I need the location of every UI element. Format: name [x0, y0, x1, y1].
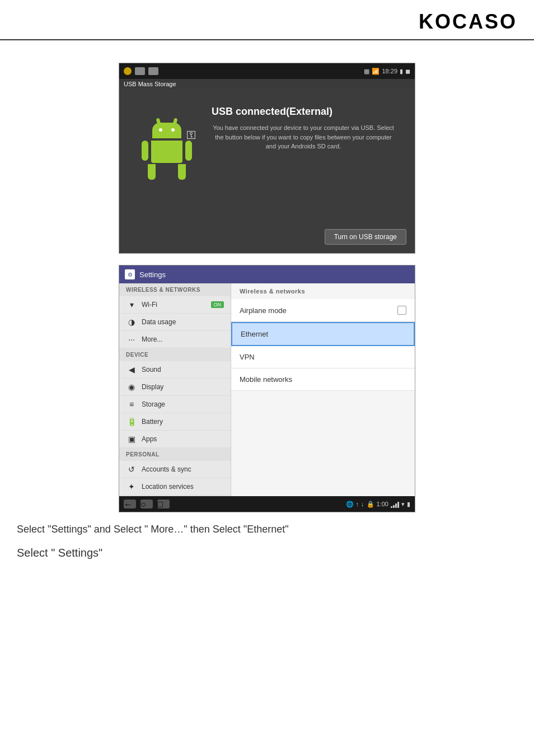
- airplane-mode-checkbox[interactable]: [397, 306, 406, 315]
- sidebar-item-battery[interactable]: 🔋 Battery: [119, 413, 231, 431]
- usb-screenshot-container: ▦ 📶 18:29 ▮ ◼ USB Mass Storage: [17, 63, 517, 254]
- back-button[interactable]: ←: [124, 500, 136, 508]
- section-wireless-header: WIRELESS & NETWORKS: [119, 283, 231, 296]
- section-device-header: DEVICE: [119, 348, 231, 361]
- sync-icon: ↺: [126, 465, 137, 474]
- android-logo-area: ⚿: [130, 100, 203, 212]
- usb-text-area: USB connected(External) You have connect…: [203, 100, 404, 212]
- settings-nav-buttons: ← ○ □: [124, 500, 170, 508]
- apps-icon: ▣: [126, 435, 137, 444]
- wifi-strength-icon: ▾: [401, 501, 405, 508]
- vpn-item[interactable]: VPN: [231, 346, 415, 368]
- wireless-networks-title: Wireless & networks: [231, 283, 415, 299]
- usb-screen: ▦ 📶 18:29 ▮ ◼ USB Mass Storage: [119, 63, 415, 254]
- ethernet-label: Ethernet: [241, 330, 268, 338]
- icon1: [135, 67, 145, 75]
- sidebar-display-label: Display: [142, 383, 163, 391]
- settings-statusbar: ← ○ □ 🌐 ↑ ↓ 🔒 1:00 ▾: [119, 496, 415, 512]
- usb-connected-title: USB connected(External): [212, 106, 395, 118]
- usb-statusbar-left: [124, 67, 158, 75]
- signal-bar-1: [391, 506, 392, 508]
- settings-titlebar-icon: ⚙: [125, 269, 135, 279]
- sidebar-item-storage[interactable]: ≡ Storage: [119, 396, 231, 413]
- android-body: [151, 141, 182, 163]
- settings-main-panel: Wireless & networks Airplane mode Ethern…: [231, 283, 415, 496]
- sidebar-location-label: Location services: [142, 483, 194, 491]
- wifi-toggle[interactable]: ON: [211, 301, 224, 308]
- android-figure: ⚿: [142, 123, 192, 190]
- airplane-mode-label: Airplane mode: [240, 306, 287, 315]
- settings-statusbar-right: 🌐 ↑ ↓ 🔒 1:00 ▾ ▮: [346, 500, 410, 508]
- sidebar-item-location[interactable]: ✦ Location services: [119, 478, 231, 496]
- sidebar-item-sound[interactable]: ◀ Sound: [119, 361, 231, 379]
- settings-lock-icon: 🔒: [367, 501, 374, 508]
- home-button[interactable]: ○: [140, 500, 153, 508]
- settings-time: 1:00: [377, 501, 388, 507]
- signal-bars: [391, 500, 399, 508]
- data-icon: ◑: [126, 318, 137, 326]
- android-arm-right: [185, 141, 192, 161]
- wifi-icon: ▾: [126, 300, 137, 309]
- usb-statusbar-right: ▦ 📶 18:29 ▮ ◼: [364, 68, 410, 75]
- section-personal-header: PERSONAL: [119, 448, 231, 461]
- sidebar-item-apps[interactable]: ▣ Apps: [119, 431, 231, 448]
- settings-body: WIRELESS & NETWORKS ▾ Wi-Fi ON ◑ Data us…: [119, 283, 415, 496]
- sidebar-item-data-usage[interactable]: ◑ Data usage: [119, 314, 231, 331]
- settings-title: Settings: [139, 270, 166, 279]
- page-header: KOCASO: [0, 0, 534, 40]
- wifi-icon: 📶: [372, 68, 380, 75]
- sidebar-wifi-label: Wi-Fi: [142, 301, 157, 309]
- settings-sidebar: WIRELESS & NETWORKS ▾ Wi-Fi ON ◑ Data us…: [119, 283, 231, 496]
- battery-icon: ▦: [364, 68, 369, 75]
- mobile-networks-label: Mobile networks: [240, 375, 292, 384]
- status-time: 18:29: [382, 68, 397, 74]
- more-icon: ···: [126, 335, 137, 344]
- display-icon: ◉: [126, 382, 137, 391]
- sidebar-item-security[interactable]: 🔒 Security: [119, 496, 231, 496]
- sidebar-item-wifi[interactable]: ▾ Wi-Fi ON: [119, 296, 231, 314]
- usb-connector-icon: ⚿: [186, 129, 196, 141]
- sidebar-data-label: Data usage: [142, 318, 176, 326]
- sidebar-item-display[interactable]: ◉ Display: [119, 379, 231, 396]
- sidebar-item-more[interactable]: ··· More...: [119, 331, 231, 348]
- usb-notification-bar: USB Mass Storage: [119, 79, 415, 89]
- sidebar-more-label: More...: [142, 335, 162, 343]
- usb-button-area: Turn on USB storage: [119, 223, 415, 253]
- recents-button[interactable]: □: [157, 500, 170, 508]
- battery-level-icon: ▮: [400, 68, 403, 75]
- sidebar-apps-label: Apps: [142, 435, 157, 443]
- mobile-networks-item[interactable]: Mobile networks: [231, 368, 415, 391]
- signal-bar-3: [395, 503, 397, 508]
- sync-icon: [124, 67, 132, 75]
- settings-screenshot-container: ⚙ Settings WIRELESS & NETWORKS ▾ Wi-Fi O…: [17, 265, 517, 512]
- sidebar-item-accounts[interactable]: ↺ Accounts & sync: [119, 461, 231, 478]
- ethernet-item[interactable]: Ethernet: [231, 322, 415, 346]
- sidebar-battery-label: Battery: [142, 418, 163, 426]
- location-icon: ✦: [126, 482, 137, 491]
- android-leg-left: [148, 164, 156, 180]
- page-content: ▦ 📶 18:29 ▮ ◼ USB Mass Storage: [0, 40, 534, 576]
- sidebar-sound-label: Sound: [142, 366, 161, 374]
- sound-icon: ◀: [126, 365, 137, 374]
- usb-main-content: ⚿ USB connected(External) You have conne…: [119, 89, 415, 223]
- settings-titlebar: ⚙ Settings: [119, 265, 415, 283]
- sidebar-storage-label: Storage: [142, 400, 165, 408]
- extra-icon: ◼: [405, 68, 410, 75]
- instruction-2: Select " Settings": [17, 547, 517, 559]
- android-leg-right: [178, 164, 186, 180]
- airplane-mode-item[interactable]: Airplane mode: [231, 299, 415, 322]
- instruction-1: Select "Settings" and Select " More…" th…: [17, 524, 517, 535]
- android-eye-left: [159, 128, 162, 132]
- notification-text: USB Mass Storage: [124, 81, 176, 87]
- android-head: [152, 123, 181, 138]
- battery-indicator: ▮: [407, 501, 410, 508]
- android-eye-right: [171, 128, 175, 132]
- icon2: [148, 67, 158, 75]
- kocaso-logo: KOCASO: [419, 10, 517, 34]
- storage-icon: ≡: [126, 400, 137, 409]
- settings-down-icon: ↓: [361, 501, 364, 507]
- turn-on-usb-storage-button[interactable]: Turn on USB storage: [325, 229, 406, 245]
- settings-screen: ⚙ Settings WIRELESS & NETWORKS ▾ Wi-Fi O…: [119, 265, 415, 512]
- signal-bar-2: [393, 505, 395, 508]
- usb-statusbar: ▦ 📶 18:29 ▮ ◼: [119, 63, 415, 79]
